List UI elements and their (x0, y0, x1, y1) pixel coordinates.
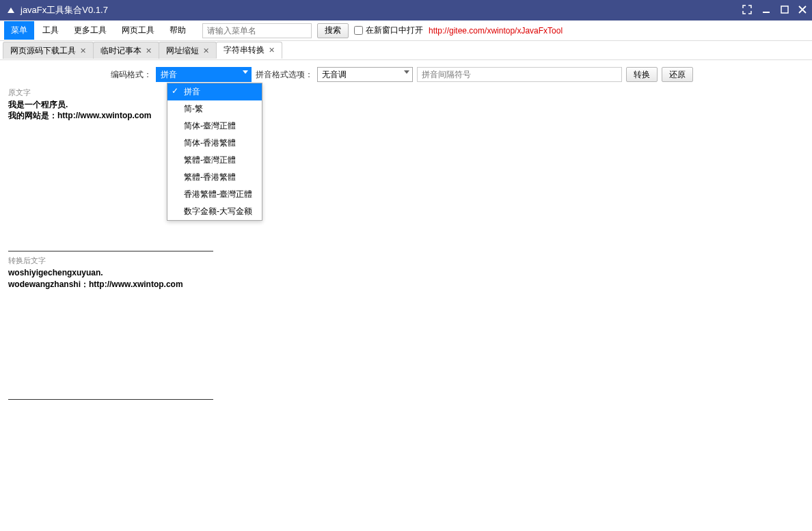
menu-item-2[interactable]: 更多工具 (67, 21, 113, 40)
search-button[interactable]: 搜索 (317, 23, 349, 38)
convert-button[interactable]: 转换 (626, 67, 658, 82)
tabbar: 网页源码下载工具✕ 临时记事本✕ 网址缩短✕ 字符串转换✕ (0, 41, 812, 60)
dropdown-option[interactable]: 简体-香港繁體 (167, 135, 262, 152)
dropdown-option[interactable]: 简体-臺灣正體 (167, 118, 262, 135)
encoding-label: 编码格式： (111, 69, 152, 81)
menubar: 菜单 工具 更多工具 网页工具 帮助 搜索 在新窗口中打开 http://git… (0, 21, 812, 41)
minimize-icon[interactable] (761, 5, 771, 16)
close-icon[interactable] (798, 5, 807, 16)
dropdown-option[interactable]: 繁體-香港繁體 (167, 169, 262, 186)
tab-0[interactable]: 网页源码下载工具✕ (3, 42, 94, 59)
tab-1[interactable]: 临时记事本✕ (93, 42, 159, 59)
dropdown-option[interactable]: 香港繁體-臺灣正體 (167, 186, 262, 203)
encoding-dropdown: 拼音 简-繁 简体-臺灣正體 简体-香港繁體 繁體-臺灣正體 繁體-香港繁體 香… (167, 83, 262, 221)
divider (8, 251, 213, 251)
tab-close-icon[interactable]: ✕ (269, 46, 275, 55)
titlebar: javaFx工具集合V0.1.7 (0, 0, 812, 21)
new-window-checkbox-label: 在新窗口中打开 (366, 25, 423, 36)
chevron-down-icon (243, 70, 248, 74)
result-label: 转换后文字 (8, 256, 804, 266)
dropdown-option[interactable]: 拼音 (167, 83, 262, 100)
menu-search-input[interactable] (202, 23, 312, 38)
menu-item-1[interactable]: 工具 (36, 21, 66, 40)
controls-row: 编码格式： 拼音 拼音格式选项： 无音调 转换 还原 (111, 67, 804, 82)
encoding-select-value: 拼音 (161, 69, 177, 81)
fullscreen-icon[interactable] (742, 5, 752, 16)
tab-close-icon[interactable]: ✕ (146, 46, 152, 55)
dropdown-option[interactable]: 繁體-臺灣正體 (167, 152, 262, 169)
project-link[interactable]: http://gitee.com/xwintop/xJavaFxTool (429, 26, 563, 36)
menu-item-3[interactable]: 网页工具 (115, 21, 161, 40)
tab-close-icon[interactable]: ✕ (203, 46, 209, 55)
divider (8, 399, 213, 400)
source-label: 原文字 (8, 87, 804, 98)
tab-2[interactable]: 网址缩短✕ (159, 42, 217, 59)
restore-button[interactable]: 还原 (662, 67, 693, 82)
window-title: javaFx工具集合V0.1.7 (21, 4, 108, 16)
pinyin-opt-value: 无音调 (322, 69, 347, 81)
new-window-checkbox-input[interactable] (354, 26, 363, 35)
app-icon (5, 5, 16, 16)
svg-rect-0 (781, 6, 788, 13)
separator-input[interactable] (417, 67, 622, 82)
content-area: 编码格式： 拼音 拼音格式选项： 无音调 转换 还原 拼音 简-繁 简体-臺灣正… (0, 60, 812, 531)
menu-item-0[interactable]: 菜单 (4, 21, 34, 40)
tab-3[interactable]: 字符串转换✕ (216, 42, 282, 59)
result-text[interactable]: woshiyigechengxuyuan. wodewangzhanshi：ht… (8, 267, 213, 289)
menu-item-4[interactable]: 帮助 (163, 21, 193, 40)
dropdown-option[interactable]: 简-繁 (167, 100, 262, 118)
new-window-checkbox[interactable]: 在新窗口中打开 (354, 25, 423, 36)
tab-close-icon[interactable]: ✕ (80, 46, 86, 55)
dropdown-option[interactable]: 数字金额-大写金额 (167, 203, 262, 220)
encoding-select[interactable]: 拼音 (156, 67, 252, 82)
pinyin-opt-select[interactable]: 无音调 (317, 67, 413, 82)
chevron-down-icon (404, 70, 409, 74)
maximize-icon[interactable] (781, 5, 789, 16)
pinyin-opt-label: 拼音格式选项： (256, 69, 313, 81)
